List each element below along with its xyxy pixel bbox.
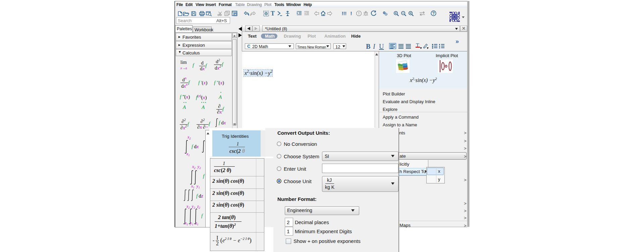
- svg-text:!!!: !!!: [342, 11, 346, 16]
- svg-text:!: !: [351, 11, 352, 16]
- svg-text:?: ?: [432, 11, 435, 16]
- svg-text:T: T: [271, 10, 275, 16]
